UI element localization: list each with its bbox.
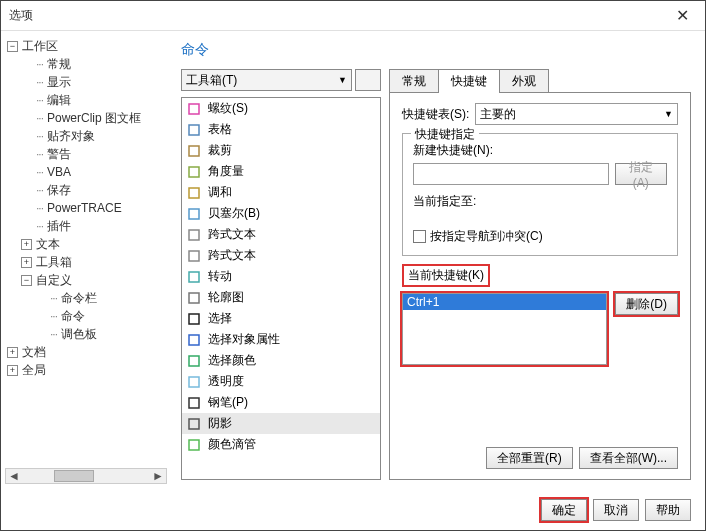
current-shortcut-item[interactable]: Ctrl+1 <box>403 294 606 310</box>
tree-item[interactable]: ···VBA <box>21 163 167 181</box>
tree-item[interactable]: ···编辑 <box>21 91 167 109</box>
category-select-label: 工具箱(T) <box>186 72 237 89</box>
commands-column: 工具箱(T) ▼ 螺纹(S)表格裁剪角度量调和贝塞尔(B)跨式文本跨式文本转动轮… <box>181 69 381 480</box>
svg-rect-6 <box>189 188 199 198</box>
collapse-icon[interactable]: − <box>21 275 32 286</box>
tree-item[interactable]: ···警告 <box>21 145 167 163</box>
nav-conflict-checkbox[interactable]: 按指定导航到冲突(C) <box>413 228 667 245</box>
scroll-left-icon[interactable]: ◄ <box>6 469 22 483</box>
svg-rect-13 <box>189 335 199 345</box>
shortcut-table-select[interactable]: 主要的 ▼ <box>475 103 678 125</box>
new-shortcut-input[interactable] <box>413 163 609 185</box>
svg-rect-4 <box>189 146 199 156</box>
collapse-icon[interactable]: − <box>7 41 18 52</box>
tab-general[interactable]: 常规 <box>389 69 439 93</box>
close-icon[interactable]: ✕ <box>667 6 697 25</box>
category-select[interactable]: 工具箱(T) ▼ <box>181 69 352 91</box>
scroll-right-icon[interactable]: ► <box>150 469 166 483</box>
command-item[interactable]: 透明度 <box>182 371 380 392</box>
checkbox-box <box>413 230 426 243</box>
svg-rect-5 <box>189 167 199 177</box>
command-label: 阴影 <box>208 415 232 432</box>
tree-item-cmdbar[interactable]: ···命令栏 <box>35 289 167 307</box>
tab-appearance[interactable]: 外观 <box>499 69 549 93</box>
command-item[interactable]: 跨式文本 <box>182 245 380 266</box>
command-label: 颜色滴管 <box>208 436 256 453</box>
command-label: 透明度 <box>208 373 244 390</box>
expand-icon[interactable]: + <box>21 257 32 268</box>
tree-item[interactable]: ···贴齐对象 <box>21 127 167 145</box>
command-icon <box>186 395 202 411</box>
command-item[interactable]: 钢笔(P) <box>182 392 380 413</box>
chevron-down-icon: ▼ <box>664 109 673 119</box>
command-label: 轮廓图 <box>208 289 244 306</box>
help-button[interactable]: 帮助 <box>645 499 691 521</box>
command-list[interactable]: 螺纹(S)表格裁剪角度量调和贝塞尔(B)跨式文本跨式文本转动轮廓图选择选择对象属… <box>181 97 381 480</box>
command-item[interactable]: 螺纹(S) <box>182 98 380 119</box>
tree-hscrollbar[interactable]: ◄ ► <box>5 468 167 484</box>
ok-button[interactable]: 确定 <box>541 499 587 521</box>
expand-icon[interactable]: + <box>7 347 18 358</box>
svg-rect-15 <box>189 377 199 387</box>
scroll-thumb[interactable] <box>54 470 94 482</box>
command-icon <box>186 227 202 243</box>
command-label: 跨式文本 <box>208 226 256 243</box>
cancel-button[interactable]: 取消 <box>593 499 639 521</box>
tree-item-palette[interactable]: ···调色板 <box>35 325 167 343</box>
command-item[interactable]: 选择颜色 <box>182 350 380 371</box>
command-item[interactable]: 颜色滴管 <box>182 434 380 455</box>
svg-rect-8 <box>189 230 199 240</box>
command-icon <box>186 332 202 348</box>
tree-document[interactable]: +文档 <box>7 343 167 361</box>
command-item[interactable]: 裁剪 <box>182 140 380 161</box>
svg-rect-10 <box>189 272 199 282</box>
shortcut-table-label: 快捷键表(S): <box>402 106 469 123</box>
command-item[interactable]: 轮廓图 <box>182 287 380 308</box>
svg-rect-12 <box>189 314 199 324</box>
expand-icon[interactable]: + <box>7 365 18 376</box>
tree-item[interactable]: +文本 <box>21 235 167 253</box>
command-item[interactable]: 阴影 <box>182 413 380 434</box>
tree-item[interactable]: ···PowerClip 图文框 <box>21 109 167 127</box>
scroll-track[interactable] <box>22 469 150 483</box>
tree-item[interactable]: ···PowerTRACE <box>21 199 167 217</box>
reset-all-button[interactable]: 全部重置(R) <box>486 447 573 469</box>
tab-shortcut[interactable]: 快捷键 <box>438 69 500 93</box>
command-icon <box>186 206 202 222</box>
command-item[interactable]: 调和 <box>182 182 380 203</box>
nav-tree[interactable]: − 工作区 ···常规···显示···编辑···PowerClip 图文框···… <box>5 37 167 464</box>
command-label: 钢笔(P) <box>208 394 248 411</box>
command-icon <box>186 374 202 390</box>
delete-button[interactable]: 删除(D) <box>615 293 678 315</box>
tree-item[interactable]: ···保存 <box>21 181 167 199</box>
command-label: 选择对象属性 <box>208 331 280 348</box>
tree-global[interactable]: +全局 <box>7 361 167 379</box>
tree-item[interactable]: +工具箱 <box>21 253 167 271</box>
command-item[interactable]: 选择对象属性 <box>182 329 380 350</box>
tree-item-cmd[interactable]: ···命令 <box>35 307 167 325</box>
current-shortcut-list[interactable]: Ctrl+1 <box>402 293 607 365</box>
command-item[interactable]: 表格 <box>182 119 380 140</box>
tree-item[interactable]: ···插件 <box>21 217 167 235</box>
svg-rect-17 <box>189 419 199 429</box>
tree-item[interactable]: ···显示 <box>21 73 167 91</box>
view-all-button[interactable]: 查看全部(W)... <box>579 447 678 469</box>
command-item[interactable]: 贝塞尔(B) <box>182 203 380 224</box>
command-label: 转动 <box>208 268 232 285</box>
command-item[interactable]: 跨式文本 <box>182 224 380 245</box>
command-label: 表格 <box>208 121 232 138</box>
command-item[interactable]: 选择 <box>182 308 380 329</box>
svg-rect-18 <box>189 440 199 450</box>
command-icon <box>186 143 202 159</box>
svg-rect-9 <box>189 251 199 261</box>
svg-rect-2 <box>189 104 199 114</box>
tree-workspace[interactable]: − 工作区 <box>7 37 167 55</box>
command-item[interactable]: 角度量 <box>182 161 380 182</box>
tree-item[interactable]: ···常规 <box>21 55 167 73</box>
search-button[interactable] <box>355 69 381 91</box>
assign-button[interactable]: 指定(A) <box>615 163 667 185</box>
tabbar: 常规 快捷键 外观 <box>389 69 691 93</box>
tree-customize[interactable]: − 自定义 <box>21 271 167 289</box>
command-item[interactable]: 转动 <box>182 266 380 287</box>
expand-icon[interactable]: + <box>21 239 32 250</box>
